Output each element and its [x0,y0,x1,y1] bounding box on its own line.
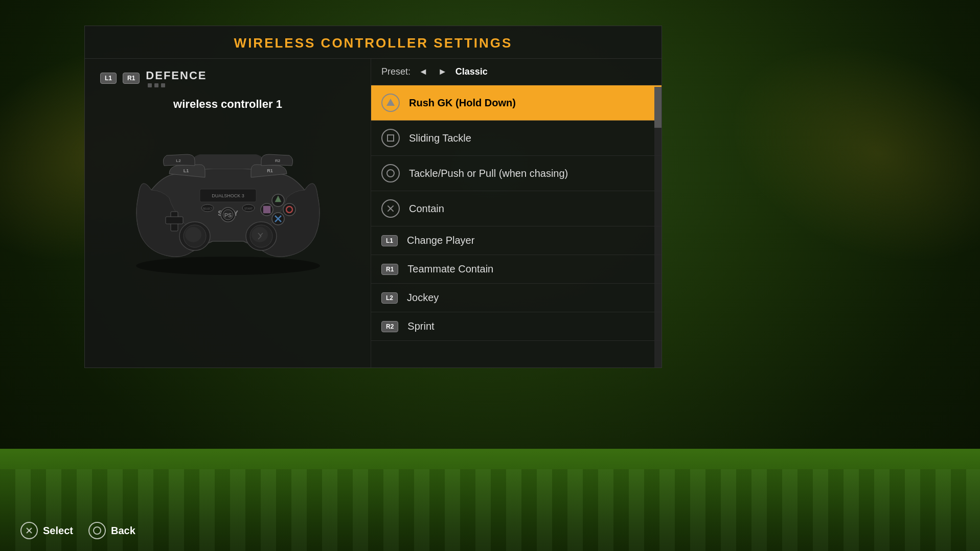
cross-icon [381,199,400,218]
preset-left-arrow[interactable]: ◄ [417,66,430,77]
square-icon [381,129,400,147]
action-label-5: Teammate Contain [407,263,493,275]
left-panel: L1 R1 DEFENCE wireless controller 1 [85,59,371,368]
svg-text:PS: PS [224,212,232,218]
title-bar: WIRELESS CONTROLLER SETTINGS [85,26,662,59]
right-panel: Preset: ◄ ► Classic Rush GK (Hold Down) … [371,59,662,368]
button-list-item-4[interactable]: L1 Change Player [371,226,662,255]
back-label: Back [111,525,135,537]
bottom-bar: Select Back [0,510,980,551]
action-label-1: Sliding Tackle [409,132,471,144]
controller-name: wireless controller 1 [173,98,282,111]
controller-image: DUALSHOCK 3 SONY SELECT START PS [110,126,346,280]
button-list-item-1[interactable]: Sliding Tackle [371,121,662,156]
r1-badge: R1 [123,73,140,84]
preset-bar: Preset: ◄ ► Classic [371,59,662,85]
svg-rect-12 [166,217,183,224]
button-list-item-3[interactable]: Contain [371,191,662,226]
l1-badge-icon: L1 [381,235,398,246]
action-label-2: Tackle/Push or Pull (when chasing) [409,168,568,179]
svg-text:DUALSHOCK 3: DUALSHOCK 3 [212,193,244,198]
button-list-item-2[interactable]: Tackle/Push or Pull (when chasing) [371,156,662,191]
section-dots [148,83,207,87]
preset-label: Preset: [381,66,411,77]
action-label-6: Jockey [407,292,439,304]
r2-badge-icon: R2 [381,321,398,332]
select-action: Select [20,522,73,539]
svg-text:R2: R2 [275,158,280,163]
button-list-item-5[interactable]: R1 Teammate Contain [371,255,662,284]
defence-header: L1 R1 DEFENCE [100,69,207,87]
svg-text:L2: L2 [176,158,181,163]
l1-badge: L1 [100,73,117,84]
svg-point-28 [185,227,201,242]
scroll-thumb[interactable] [654,87,662,128]
controller-svg: DUALSHOCK 3 SONY SELECT START PS [110,129,346,277]
select-icon [20,522,38,539]
svg-text:L1: L1 [183,168,189,173]
dot-3 [161,83,165,87]
svg-point-18 [286,206,292,213]
main-panel: WIRELESS CONTROLLER SETTINGS L1 R1 DEFEN… [84,26,662,368]
svg-text:R1: R1 [267,168,273,173]
svg-rect-16 [263,206,270,213]
triangle-icon [381,94,400,112]
preset-right-arrow[interactable]: ► [436,66,449,77]
l2-badge-icon: L2 [381,292,398,304]
back-icon [88,522,106,539]
svg-text:START: START [244,207,253,210]
action-label-3: Contain [409,203,444,215]
panel-title: WIRELESS CONTROLLER SETTINGS [234,35,513,51]
dot-1 [148,83,152,87]
svg-point-0 [136,257,320,275]
section-title: DEFENCE [146,69,207,82]
action-label-7: Sprint [407,320,434,332]
preset-value: Classic [455,66,488,77]
button-list-item-6[interactable]: L2 Jockey [371,284,662,312]
circle-icon [381,164,400,182]
content-area: L1 R1 DEFENCE wireless controller 1 [85,59,662,368]
dot-2 [154,83,158,87]
select-label: Select [43,525,73,537]
button-list: Rush GK (Hold Down) Sliding Tackle Tackl… [371,85,662,368]
button-list-item-7[interactable]: R2 Sprint [371,312,662,341]
back-action: Back [88,522,135,539]
action-label-4: Change Player [407,235,474,246]
scroll-track[interactable] [654,87,662,368]
button-list-item-0[interactable]: Rush GK (Hold Down) [371,85,662,121]
action-label-0: Rush GK (Hold Down) [409,97,516,109]
svg-text:SELECT: SELECT [202,207,212,210]
r1-badge-icon: R1 [381,264,398,275]
